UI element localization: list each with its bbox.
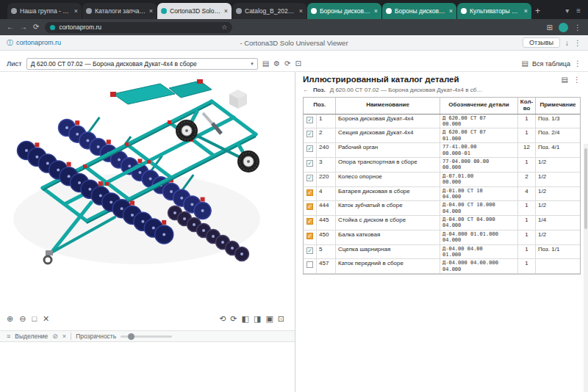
table-row[interactable]: ✓ 240 Рабочий орган 77-41.00.00 00.000-0…: [304, 143, 580, 158]
orientation-cube[interactable]: [227, 88, 249, 110]
row-designation: Д-04.00 СТ 04.000 04.000: [440, 216, 518, 230]
extensions-icon[interactable]: ⊞: [547, 23, 553, 32]
row-name[interactable]: Сцепка шарнирная: [336, 245, 440, 259]
tab-close-icon[interactable]: ×: [299, 7, 303, 15]
bookmark-star-icon[interactable]: ☆: [221, 23, 227, 31]
row-checkbox[interactable]: ✓: [304, 201, 317, 215]
table-row[interactable]: ✓ 5 Сцепка шарнирная Д-04.00 04.00 01.00…: [304, 245, 580, 260]
row-name[interactable]: Балка катковая: [336, 231, 440, 244]
catalog-list-icon[interactable]: ▤: [562, 76, 568, 84]
scrollbar[interactable]: [584, 144, 588, 392]
browser-tab[interactable]: Бороны дисковые тяж… ×: [307, 3, 381, 19]
view-left-icon[interactable]: ◧: [242, 314, 249, 324]
row-checkbox[interactable]: ✓: [304, 245, 317, 259]
row-name[interactable]: Стойка с диском в сборе: [336, 216, 440, 230]
table-row[interactable]: ✓ 3 Опора транспортная в сборе 77-04.000…: [304, 158, 580, 173]
transparency-slider[interactable]: [121, 335, 172, 338]
refresh-icon[interactable]: ⟳: [33, 23, 39, 31]
breadcrumb-back-icon[interactable]: ←: [303, 87, 309, 93]
table-row[interactable]: ✓ 450 Балка катковая Д-04.000 01.01.000 …: [304, 231, 580, 245]
table-row[interactable]: 457 Каток передний в сборе Д-04.000 04.0…: [304, 259, 580, 274]
browser-tab[interactable]: Бороны дисковые мод… ×: [382, 3, 456, 19]
row-name[interactable]: Колесо опорное: [336, 173, 440, 186]
back-icon[interactable]: ←: [7, 23, 14, 31]
row-name[interactable]: Рабочий орган: [336, 143, 440, 157]
tab-close-icon[interactable]: ×: [374, 7, 378, 15]
profile-avatar[interactable]: [559, 23, 568, 32]
table-row[interactable]: ✓ 1 Борона дисковая Дукат-4х4 Д 620.00 С…: [304, 115, 580, 129]
feedback-button[interactable]: Отзывы: [523, 37, 560, 48]
row-name[interactable]: Каток зубчатый в сборе: [336, 201, 440, 215]
view-all-icon[interactable]: ▣: [265, 314, 273, 324]
forward-icon[interactable]: →: [20, 23, 27, 31]
tab-close-icon[interactable]: ×: [74, 7, 78, 15]
sheet-select[interactable]: Д 620.00 СТ 07.02 — Борона дисковая Дука…: [26, 58, 258, 70]
browser-tab[interactable]: Cortona3D Solo Unive… ×: [157, 3, 232, 19]
row-name[interactable]: Борона дисковая Дукат-4х4: [336, 115, 440, 128]
table-row[interactable]: ✓ 4 Батарея дисковая в сборе Д-01.00 СТ …: [304, 187, 580, 202]
row-designation: Д-07.01.00 00.000: [440, 173, 518, 186]
grid-icon[interactable]: ▤: [262, 59, 269, 68]
tab-close-icon[interactable]: ×: [149, 7, 153, 15]
table-row[interactable]: ✓ 444 Каток зубчатый в сборе Д-04.00 СТ …: [304, 201, 580, 216]
tab-close-icon[interactable]: ×: [524, 7, 528, 15]
row-checkbox[interactable]: ✓: [304, 216, 317, 230]
url-field[interactable]: cortonaprom.ru ☆: [45, 22, 232, 33]
machine-3d-model[interactable]: [4, 79, 291, 311]
refresh-view-icon[interactable]: ⟳: [284, 59, 290, 68]
no-selection-icon[interactable]: ⊘: [52, 333, 58, 340]
table-row[interactable]: ✓ 220 Колесо опорное Д-07.01.00 00.000 2…: [304, 173, 580, 187]
header-menu-icon[interactable]: ⋮: [574, 39, 581, 47]
row-name[interactable]: Батарея дисковая в сборе: [336, 187, 440, 201]
row-checkbox[interactable]: [304, 259, 317, 273]
slider-knob[interactable]: [128, 333, 135, 340]
clear-selection-icon[interactable]: ×: [62, 333, 66, 340]
selection-bar: ≡ Выделение ⊘ × Прозрачность: [0, 330, 295, 342]
fit-view-icon[interactable]: ⊡: [278, 314, 284, 324]
row-name[interactable]: Секция дисковая Дукат-4х4: [336, 128, 440, 142]
settings-icon[interactable]: ⚙: [273, 59, 280, 68]
row-checkbox[interactable]: ✓: [304, 143, 317, 157]
tab-close-icon[interactable]: ×: [449, 7, 453, 15]
download-icon[interactable]: ↓: [565, 39, 569, 47]
row-note: Поз. 1/1: [536, 245, 580, 259]
expand-icon[interactable]: ⊡: [295, 59, 301, 68]
site-link[interactable]: ⓘ cortonaprom.ru: [7, 38, 61, 48]
browser-tab[interactable]: Культиваторы КПМ «То… ×: [457, 3, 531, 19]
new-tab-button[interactable]: +: [532, 6, 545, 19]
cancel-icon[interactable]: ✕: [43, 314, 49, 324]
browser-tab[interactable]: Наша группа - ООО «П… ×: [7, 3, 82, 19]
browser-tab[interactable]: Каталоги запчастей - О… ×: [82, 3, 157, 19]
row-checkbox[interactable]: ✓: [304, 115, 317, 128]
row-pos: 4: [317, 187, 336, 201]
toolbar-menu-icon[interactable]: ⋮: [574, 59, 581, 68]
row-checkbox[interactable]: ✓: [304, 187, 317, 201]
rotate-left-icon[interactable]: ⟲: [219, 314, 226, 324]
view-right-icon[interactable]: ◨: [254, 314, 261, 324]
browser-tab[interactable]: Catalog_B_2020m_v1.11 ×: [232, 3, 306, 19]
tab-close-icon[interactable]: ×: [224, 7, 228, 15]
row-qty: 1: [518, 259, 536, 273]
row-checkbox[interactable]: ✓: [304, 173, 317, 186]
window-menu-icon[interactable]: ≡: [576, 7, 581, 15]
row-name[interactable]: Каток передний в сборе: [336, 259, 440, 273]
row-checkbox[interactable]: ✓: [304, 158, 317, 172]
table-mode-label[interactable]: Вся таблица: [532, 60, 570, 68]
table-mode-icon[interactable]: ▤: [521, 59, 528, 68]
row-name[interactable]: Опора транспортная в сборе: [336, 158, 440, 172]
row-checkbox[interactable]: ✓: [304, 128, 317, 142]
info-icon: ⓘ: [7, 38, 13, 48]
browser-menu-icon[interactable]: ⋮: [574, 23, 581, 32]
tab-favicon: [311, 8, 317, 14]
zoom-out-icon[interactable]: ⊖: [19, 314, 26, 324]
zoom-in-icon[interactable]: ⊕: [7, 314, 13, 324]
breadcrumb[interactable]: ← Поз. Д 620.00 СТ 07.02 — Борона дисков…: [303, 87, 581, 93]
catalog-menu-icon[interactable]: ⋮: [573, 76, 581, 84]
select-box-icon[interactable]: □: [32, 314, 37, 324]
row-checkbox[interactable]: ✓: [304, 231, 317, 244]
table-row[interactable]: ✓ 445 Стойка с диском в сборе Д-04.00 СТ…: [304, 216, 580, 231]
scrollbar-thumb[interactable]: [584, 148, 587, 229]
tab-search-icon[interactable]: ▾: [565, 7, 569, 15]
rotate-right-icon[interactable]: ⟳: [230, 314, 237, 324]
table-row[interactable]: ✓ 2 Секция дисковая Дукат-4х4 Д 620.00 С…: [304, 128, 580, 143]
